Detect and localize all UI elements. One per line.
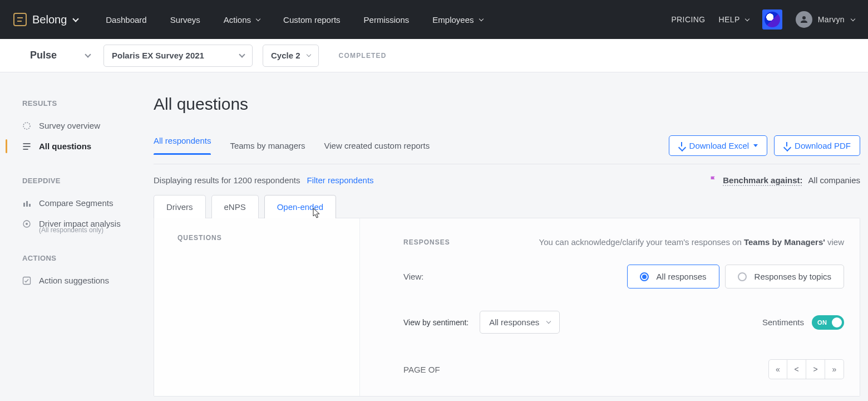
download-excel-label: Download Excel (689, 141, 749, 150)
content-tabs: Drivers eNPS Open-ended (154, 195, 860, 218)
chevron-down-icon (85, 51, 91, 57)
nav-actions[interactable]: Actions (224, 15, 260, 25)
pager-prev-button[interactable]: < (787, 359, 806, 379)
survey-label: Polaris EX Survey 2021 (112, 51, 204, 60)
pager-next-button[interactable]: > (806, 359, 825, 379)
avatar-icon (796, 11, 812, 28)
radio-icon (640, 272, 649, 281)
sidebar-heading-results: RESULTS (0, 99, 145, 115)
chevron-down-icon (73, 16, 79, 22)
download-excel-button[interactable]: Download Excel (669, 135, 768, 156)
svg-rect-1 (23, 203, 25, 207)
nav-dashboard[interactable]: Dashboard (106, 15, 146, 25)
nav-help-label: HELP (719, 15, 740, 24)
chevron-down-icon (546, 319, 551, 324)
tab-open-ended[interactable]: Open-ended (264, 195, 336, 218)
user-name: Marvyn (818, 15, 845, 24)
content: All questions All respondents Teams by m… (145, 72, 868, 401)
top-nav: Belong Dashboard Surveys Actions Custom … (0, 0, 868, 39)
nav-permissions[interactable]: Permissions (364, 15, 410, 25)
status-badge: COMPLETED (339, 52, 387, 60)
responses-heading: RESPONSES (403, 237, 450, 246)
sentiment-select-value: All responses (489, 317, 539, 327)
chevron-down-icon (256, 16, 260, 21)
view-row: View: All responses Responses by topics (403, 265, 844, 288)
checkbox-icon (22, 276, 31, 285)
panel: QUESTIONS RESPONSES You can acknowledge/… (154, 218, 860, 397)
bar-chart-icon (22, 199, 31, 208)
sidebar-item-compare-segments[interactable]: Compare Segments (0, 193, 145, 213)
nav-pricing[interactable]: PRICING (671, 15, 705, 24)
cycle-label: Cycle 2 (271, 51, 300, 60)
chevron-down-icon (306, 52, 310, 57)
filter-row: Displaying results for 1200 respondents … (154, 164, 860, 195)
sentiment-row: View by sentiment: All responses Sentime… (403, 311, 844, 334)
sidebar-label: Action suggestions (39, 276, 109, 285)
clipboard-icon (13, 13, 27, 26)
download-icon (678, 142, 685, 149)
flag-icon (709, 175, 717, 185)
sidebar-item-all-questions[interactable]: All questions (0, 136, 145, 157)
chevron-down-icon (239, 51, 245, 57)
sidebar-item-survey-overview[interactable]: Survey overview (0, 115, 145, 136)
svg-rect-3 (29, 204, 31, 207)
brand-name: Belong (32, 13, 67, 26)
brand-menu[interactable]: Belong (13, 13, 78, 26)
sentiments-toggle-label: Sentiments (762, 317, 804, 327)
sentiment-label: View by sentiment: (403, 318, 468, 327)
radio-label: Responses by topics (754, 272, 831, 281)
svg-point-5 (26, 223, 28, 225)
sidebar-heading-actions: ACTIONS (0, 254, 145, 270)
nav-actions-label: Actions (224, 15, 251, 25)
sidebar-item-driver-impact[interactable]: Driver impact analysis (0, 213, 145, 229)
panel-questions: QUESTIONS (154, 218, 360, 396)
panel-responses: RESPONSES You can acknowledge/clarify yo… (360, 218, 860, 396)
results-count-text: Displaying results for 1200 respondents (154, 175, 300, 185)
nav-employees[interactable]: Employees (432, 15, 482, 25)
sidebar-label: All questions (39, 141, 91, 151)
survey-select[interactable]: Polaris EX Survey 2021 (103, 45, 253, 67)
sidebar-item-action-suggestions[interactable]: Action suggestions (0, 270, 145, 291)
cycle-select[interactable]: Cycle 2 (263, 45, 319, 67)
questions-heading: QUESTIONS (177, 234, 359, 242)
tab-drivers[interactable]: Drivers (154, 195, 206, 218)
page-title: All questions (154, 95, 860, 114)
view-tabs: All respondents Teams by managers View c… (154, 130, 860, 164)
user-menu[interactable]: Marvyn (796, 11, 855, 28)
filter-respondents-link[interactable]: Filter respondents (307, 175, 374, 185)
program-select[interactable]: Pulse (28, 47, 93, 63)
tab-view-custom-reports[interactable]: View created custom reports (324, 135, 430, 159)
radio-label: All responses (657, 272, 707, 281)
tab-enps[interactable]: eNPS (211, 195, 259, 218)
download-pdf-label: Download PDF (795, 141, 851, 150)
nav-help[interactable]: HELP (719, 15, 749, 24)
ack-text: You can acknowledge/clarify your team's … (472, 237, 844, 247)
chevron-down-icon (851, 16, 855, 21)
nav-custom-reports[interactable]: Custom reports (283, 15, 341, 25)
pager-last-button[interactable]: » (825, 359, 844, 379)
pager-first-button[interactable]: « (768, 359, 787, 379)
benchmark[interactable]: Benchmark against: All companies (709, 175, 860, 185)
sidebar-label: Compare Segments (39, 198, 113, 208)
radio-responses-by-topics[interactable]: Responses by topics (725, 265, 844, 288)
download-icon (783, 142, 790, 149)
download-pdf-button[interactable]: Download PDF (774, 135, 860, 156)
program-label: Pulse (30, 50, 57, 61)
sub-header: Pulse Polaris EX Survey 2021 Cycle 2 COM… (0, 39, 868, 72)
app-logo-icon[interactable] (762, 9, 782, 30)
tab-teams-by-managers[interactable]: Teams by managers (230, 135, 305, 159)
chevron-down-icon (479, 16, 483, 21)
pagination-row: PAGE OF « < > » (403, 359, 844, 379)
main: RESULTS Survey overview All questions DE… (0, 72, 868, 401)
sidebar-heading-deepdive: DEEPDIVE (0, 177, 145, 193)
radio-icon (738, 272, 747, 281)
radio-all-responses[interactable]: All responses (627, 265, 719, 288)
tab-all-respondents[interactable]: All respondents (154, 130, 211, 164)
target-icon (22, 219, 31, 228)
nav-surveys[interactable]: Surveys (170, 15, 200, 25)
sentiments-toggle[interactable]: ON (812, 315, 844, 330)
sidebar-label: Survey overview (39, 121, 100, 130)
toggle-state: ON (817, 319, 827, 326)
pager: « < > » (768, 359, 844, 379)
sentiment-select[interactable]: All responses (480, 311, 560, 334)
